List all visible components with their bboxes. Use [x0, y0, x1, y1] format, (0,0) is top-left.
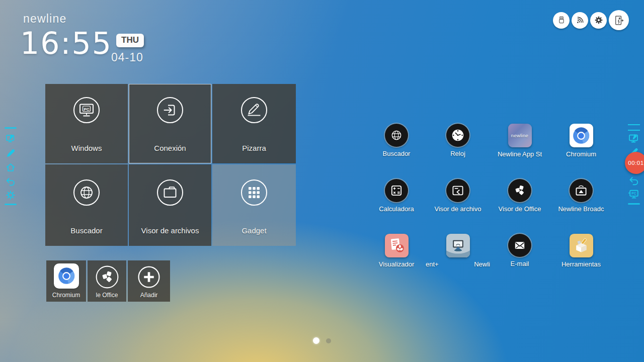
clock-icon — [448, 125, 468, 145]
envelope-icon — [510, 235, 530, 255]
left-side-toolbar — [3, 0, 18, 362]
right-side-toolbar — [626, 0, 642, 362]
shortcut-office[interactable]: le Office — [88, 260, 126, 302]
app-buscador[interactable]: Buscador — [369, 124, 424, 157]
connection-enter-icon — [156, 96, 184, 124]
tile-pizarra[interactable]: Pizarra — [212, 84, 296, 163]
app-label: Herramientas — [561, 260, 601, 268]
pc-screen-icon[interactable] — [628, 188, 640, 201]
tile-visor-archivos[interactable]: Visor de archivos — [129, 164, 211, 246]
newline-store-icon: newline — [508, 124, 532, 147]
settings-gear-icon — [593, 15, 604, 26]
app-label: E-mail — [511, 260, 529, 267]
shortcut-add[interactable]: Añadir — [128, 260, 170, 302]
app-label: Buscador — [383, 150, 411, 157]
toolbox-icon — [570, 234, 593, 257]
home-icon[interactable] — [5, 162, 16, 173]
usb-icon — [556, 15, 567, 26]
right-toolbar-handle-bottom[interactable] — [628, 203, 640, 205]
add-plus-icon — [136, 264, 162, 290]
chromium-logo-icon — [54, 263, 79, 289]
file-viewer-icon — [448, 180, 468, 201]
shortcut-label: Chromium — [46, 292, 86, 299]
page-dot[interactable] — [326, 338, 331, 343]
app-present-newline[interactable]: ent+ Newli — [425, 234, 491, 268]
widgets-icon[interactable] — [5, 190, 16, 201]
clock-time: 16:55 — [20, 28, 112, 58]
broadcast-cast-icon — [571, 180, 591, 201]
exit-icon — [612, 14, 626, 27]
app-visor-office[interactable]: Visor de Office — [492, 179, 547, 213]
settings-button[interactable] — [590, 12, 607, 29]
app-label: Visor de archivo — [435, 205, 481, 213]
shortcut-chromium[interactable]: Chromium — [46, 260, 86, 302]
app-reloj[interactable]: Reloj — [430, 124, 486, 157]
shortcut-label: le Office — [88, 292, 126, 299]
app-label-right: Newli — [474, 260, 490, 268]
tile-windows[interactable]: Windows — [45, 84, 128, 163]
app-label: Chromium — [566, 150, 596, 158]
launcher-home-screen: PC — [0, 0, 644, 362]
day-badge: THU — [116, 34, 144, 47]
app-calculadora[interactable]: Calculadora — [369, 179, 424, 213]
app-newline-broadcast[interactable]: Newline Broadc — [553, 179, 609, 213]
left-toolbar-handle-bottom[interactable] — [5, 204, 17, 205]
tile-label: Buscador — [45, 226, 128, 235]
hotspot-button[interactable] — [572, 12, 588, 29]
app-newline-app-store[interactable]: newline Newline App St — [492, 124, 547, 158]
folder-icon — [156, 178, 184, 207]
globe-icon — [72, 178, 101, 207]
app-label: Newline Broadc — [558, 205, 604, 213]
app-label: Visualizador — [379, 260, 415, 268]
calculator-icon — [386, 180, 407, 201]
date-label: 04-10 — [111, 51, 143, 64]
tile-label: Conexión — [129, 144, 211, 152]
app-label: Calculadora — [379, 205, 414, 213]
tile-label: Visor de archivos — [129, 226, 211, 235]
tile-label: Pizarra — [212, 144, 296, 152]
pen-icon[interactable] — [5, 148, 16, 159]
tile-conexion[interactable]: Conexión — [129, 84, 211, 163]
app-label-left: ent+ — [426, 260, 439, 268]
apps-grid-icon — [240, 178, 268, 207]
return-icon[interactable] — [5, 176, 16, 187]
app-visualizador[interactable]: Visualizador — [369, 234, 424, 268]
left-toolbar-handle[interactable] — [5, 127, 17, 129]
app-label: Visor de Office — [499, 205, 541, 213]
app-email[interactable]: E-mail — [492, 234, 547, 267]
app-herramientas[interactable]: Herramientas — [553, 234, 609, 268]
hotspot-icon — [575, 15, 586, 26]
office-dice-icon — [94, 264, 120, 290]
quick-settings-bar — [553, 10, 629, 30]
page-dot-active[interactable] — [313, 337, 319, 344]
tile-gadget[interactable]: Gadget — [212, 164, 296, 246]
tile-label: Windows — [45, 144, 128, 152]
return-icon[interactable] — [628, 175, 640, 187]
tile-buscador[interactable]: Buscador — [45, 164, 128, 246]
timer-badge[interactable]: 00:01 — [625, 152, 644, 174]
present-screen-icon — [446, 234, 470, 257]
chromium-logo-icon — [570, 124, 593, 147]
store-icon-text: newline — [511, 133, 528, 138]
right-toolbar-handle[interactable] — [628, 124, 640, 131]
globe-icon — [385, 124, 408, 146]
visualizer-doc-icon — [385, 234, 409, 257]
page-indicator — [0, 337, 644, 344]
app-visor-archivo[interactable]: Visor de archivo — [430, 179, 486, 213]
annotate-screen-icon[interactable] — [628, 133, 640, 145]
usb-button[interactable] — [553, 12, 570, 29]
tile-label: Gadget — [212, 226, 296, 235]
app-label: Newline App St — [498, 150, 542, 158]
annotate-screen-icon[interactable] — [5, 133, 16, 144]
office-dice-icon — [508, 179, 531, 202]
app-label: Reloj — [450, 150, 465, 157]
pc-monitor-icon — [72, 96, 101, 124]
newline-logo: newline — [23, 12, 66, 26]
app-chromium[interactable]: Chromium — [553, 124, 609, 158]
shortcut-label: Añadir — [128, 292, 170, 299]
whiteboard-pen-icon — [240, 96, 268, 124]
